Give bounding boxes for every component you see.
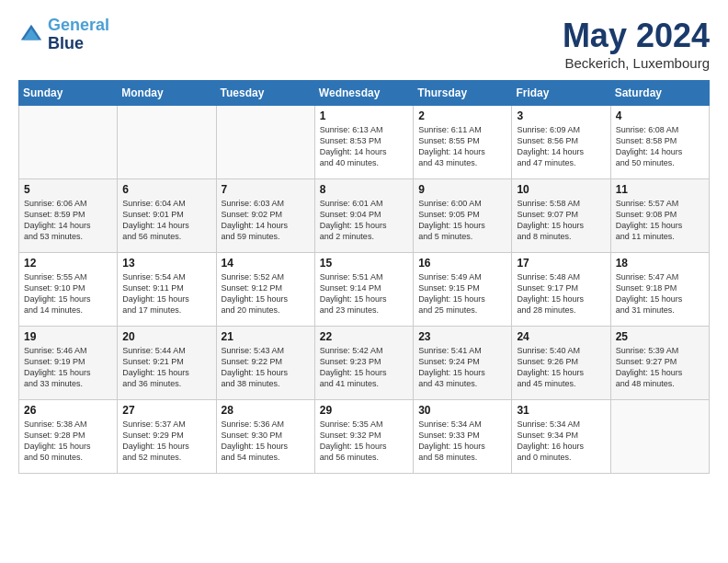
- day-info: Sunrise: 5:58 AM Sunset: 9:07 PM Dayligh…: [517, 198, 605, 243]
- day-cell: 25Sunrise: 5:39 AM Sunset: 9:27 PM Dayli…: [610, 327, 709, 400]
- day-cell: 26Sunrise: 5:38 AM Sunset: 9:28 PM Dayli…: [19, 400, 118, 474]
- col-friday: Friday: [512, 81, 610, 106]
- day-info: Sunrise: 5:39 AM Sunset: 9:27 PM Dayligh…: [616, 345, 704, 390]
- day-info: Sunrise: 5:46 AM Sunset: 9:19 PM Dayligh…: [24, 345, 112, 390]
- day-info: Sunrise: 6:06 AM Sunset: 8:59 PM Dayligh…: [24, 198, 112, 243]
- day-info: Sunrise: 6:01 AM Sunset: 9:04 PM Dayligh…: [320, 198, 408, 243]
- day-cell: 16Sunrise: 5:49 AM Sunset: 9:15 PM Dayli…: [414, 253, 512, 327]
- week-row-2: 12Sunrise: 5:55 AM Sunset: 9:10 PM Dayli…: [19, 253, 710, 327]
- col-thursday: Thursday: [414, 81, 512, 106]
- day-cell: 31Sunrise: 5:34 AM Sunset: 9:34 PM Dayli…: [512, 400, 610, 474]
- day-info: Sunrise: 5:43 AM Sunset: 9:22 PM Dayligh…: [222, 345, 310, 390]
- day-info: Sunrise: 5:51 AM Sunset: 9:14 PM Dayligh…: [320, 271, 408, 316]
- day-info: Sunrise: 5:35 AM Sunset: 9:32 PM Dayligh…: [320, 419, 408, 464]
- day-info: Sunrise: 5:36 AM Sunset: 9:30 PM Dayligh…: [222, 419, 310, 464]
- logo-icon: [18, 22, 44, 48]
- day-info: Sunrise: 5:38 AM Sunset: 9:28 PM Dayligh…: [24, 419, 112, 464]
- week-row-0: 1Sunrise: 6:13 AM Sunset: 8:53 PM Daylig…: [19, 106, 710, 179]
- day-cell: 10Sunrise: 5:58 AM Sunset: 9:07 PM Dayli…: [512, 179, 610, 253]
- day-cell: 28Sunrise: 5:36 AM Sunset: 9:30 PM Dayli…: [216, 400, 314, 474]
- day-number: 1: [320, 109, 408, 122]
- day-cell: 9Sunrise: 6:00 AM Sunset: 9:05 PM Daylig…: [414, 179, 512, 253]
- day-number: 23: [418, 330, 506, 343]
- day-info: Sunrise: 6:03 AM Sunset: 9:02 PM Dayligh…: [222, 198, 310, 243]
- day-info: Sunrise: 5:47 AM Sunset: 9:18 PM Dayligh…: [616, 271, 704, 316]
- day-info: Sunrise: 6:00 AM Sunset: 9:05 PM Dayligh…: [418, 198, 506, 243]
- day-info: Sunrise: 6:13 AM Sunset: 8:53 PM Dayligh…: [320, 124, 408, 169]
- day-number: 18: [616, 257, 704, 270]
- day-number: 25: [616, 330, 704, 343]
- day-number: 29: [320, 404, 408, 417]
- day-cell: 24Sunrise: 5:40 AM Sunset: 9:26 PM Dayli…: [512, 327, 610, 400]
- day-info: Sunrise: 5:57 AM Sunset: 9:08 PM Dayligh…: [616, 198, 704, 243]
- day-number: 11: [616, 183, 704, 196]
- day-info: Sunrise: 5:37 AM Sunset: 9:29 PM Dayligh…: [122, 419, 210, 464]
- col-wednesday: Wednesday: [314, 81, 413, 106]
- day-info: Sunrise: 6:11 AM Sunset: 8:55 PM Dayligh…: [418, 124, 506, 169]
- day-cell: 19Sunrise: 5:46 AM Sunset: 9:19 PM Dayli…: [19, 327, 118, 400]
- week-row-4: 26Sunrise: 5:38 AM Sunset: 9:28 PM Dayli…: [19, 400, 710, 474]
- day-cell: 8Sunrise: 6:01 AM Sunset: 9:04 PM Daylig…: [314, 179, 413, 253]
- day-number: 26: [24, 404, 112, 417]
- day-number: 17: [517, 257, 605, 270]
- day-info: Sunrise: 5:54 AM Sunset: 9:11 PM Dayligh…: [122, 271, 210, 316]
- day-info: Sunrise: 6:04 AM Sunset: 9:01 PM Dayligh…: [122, 198, 210, 243]
- day-number: 2: [418, 109, 506, 122]
- day-cell: 27Sunrise: 5:37 AM Sunset: 9:29 PM Dayli…: [118, 400, 216, 474]
- day-cell: 20Sunrise: 5:44 AM Sunset: 9:21 PM Dayli…: [118, 327, 216, 400]
- col-tuesday: Tuesday: [216, 81, 314, 106]
- col-saturday: Saturday: [610, 81, 709, 106]
- day-cell: 4Sunrise: 6:08 AM Sunset: 8:58 PM Daylig…: [610, 106, 709, 179]
- day-cell: 30Sunrise: 5:34 AM Sunset: 9:33 PM Dayli…: [414, 400, 512, 474]
- day-number: 3: [517, 109, 605, 122]
- day-cell: 5Sunrise: 6:06 AM Sunset: 8:59 PM Daylig…: [19, 179, 118, 253]
- day-number: 24: [517, 330, 605, 343]
- title-block: May 2024 Beckerich, Luxembourg: [563, 17, 710, 71]
- day-number: 12: [24, 257, 112, 270]
- day-info: Sunrise: 5:40 AM Sunset: 9:26 PM Dayligh…: [517, 345, 605, 390]
- day-number: 21: [222, 330, 310, 343]
- day-cell: 18Sunrise: 5:47 AM Sunset: 9:18 PM Dayli…: [610, 253, 709, 327]
- day-number: 30: [418, 404, 506, 417]
- day-number: 5: [24, 183, 112, 196]
- day-info: Sunrise: 5:44 AM Sunset: 9:21 PM Dayligh…: [122, 345, 210, 390]
- day-number: 14: [222, 257, 310, 270]
- day-info: Sunrise: 5:52 AM Sunset: 9:12 PM Dayligh…: [222, 271, 310, 316]
- header-row: Sunday Monday Tuesday Wednesday Thursday…: [19, 81, 710, 106]
- location: Beckerich, Luxembourg: [563, 55, 710, 71]
- logo: General Blue: [18, 17, 109, 53]
- day-info: Sunrise: 5:34 AM Sunset: 9:33 PM Dayligh…: [418, 419, 506, 464]
- day-number: 15: [320, 257, 408, 270]
- day-cell: 22Sunrise: 5:42 AM Sunset: 9:23 PM Dayli…: [314, 327, 413, 400]
- day-cell: 29Sunrise: 5:35 AM Sunset: 9:32 PM Dayli…: [314, 400, 413, 474]
- day-info: Sunrise: 5:42 AM Sunset: 9:23 PM Dayligh…: [320, 345, 408, 390]
- day-info: Sunrise: 5:55 AM Sunset: 9:10 PM Dayligh…: [24, 271, 112, 316]
- day-cell: 12Sunrise: 5:55 AM Sunset: 9:10 PM Dayli…: [19, 253, 118, 327]
- day-number: 7: [222, 183, 310, 196]
- logo-text: General Blue: [48, 17, 109, 53]
- day-number: 16: [418, 257, 506, 270]
- day-cell: [216, 106, 314, 179]
- day-number: 4: [616, 109, 704, 122]
- day-number: 13: [122, 257, 210, 270]
- day-cell: 3Sunrise: 6:09 AM Sunset: 8:56 PM Daylig…: [512, 106, 610, 179]
- header: General Blue May 2024 Beckerich, Luxembo…: [18, 17, 710, 71]
- day-cell: 1Sunrise: 6:13 AM Sunset: 8:53 PM Daylig…: [314, 106, 413, 179]
- calendar-table: Sunday Monday Tuesday Wednesday Thursday…: [18, 80, 710, 474]
- col-sunday: Sunday: [19, 81, 118, 106]
- day-number: 10: [517, 183, 605, 196]
- day-number: 27: [122, 404, 210, 417]
- day-info: Sunrise: 5:49 AM Sunset: 9:15 PM Dayligh…: [418, 271, 506, 316]
- day-cell: 2Sunrise: 6:11 AM Sunset: 8:55 PM Daylig…: [414, 106, 512, 179]
- day-number: 28: [222, 404, 310, 417]
- week-row-1: 5Sunrise: 6:06 AM Sunset: 8:59 PM Daylig…: [19, 179, 710, 253]
- day-cell: 14Sunrise: 5:52 AM Sunset: 9:12 PM Dayli…: [216, 253, 314, 327]
- day-number: 22: [320, 330, 408, 343]
- day-number: 6: [122, 183, 210, 196]
- day-cell: [118, 106, 216, 179]
- day-info: Sunrise: 5:48 AM Sunset: 9:17 PM Dayligh…: [517, 271, 605, 316]
- day-cell: 7Sunrise: 6:03 AM Sunset: 9:02 PM Daylig…: [216, 179, 314, 253]
- day-cell: [19, 106, 118, 179]
- day-number: 8: [320, 183, 408, 196]
- day-info: Sunrise: 6:09 AM Sunset: 8:56 PM Dayligh…: [517, 124, 605, 169]
